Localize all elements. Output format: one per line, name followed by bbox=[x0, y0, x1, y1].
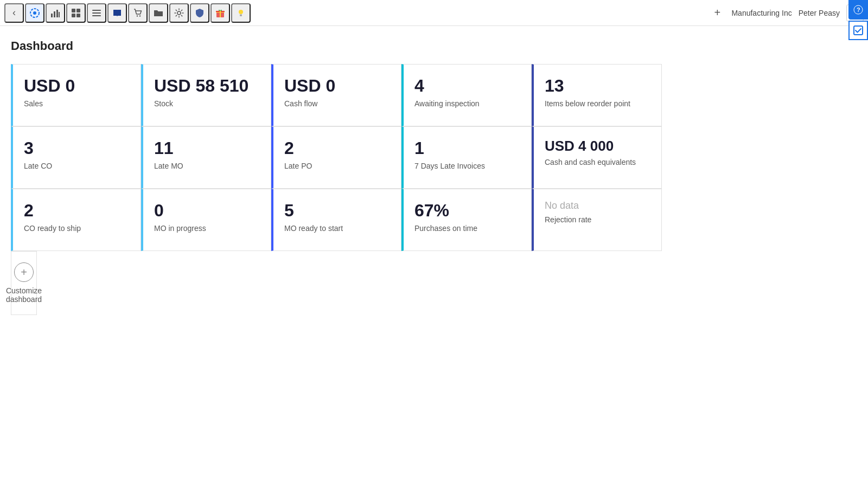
kpi-late-invoices-label: 7 Days Late Invoices bbox=[414, 162, 520, 170]
kpi-co-ready[interactable]: 2 CO ready to ship bbox=[11, 189, 141, 251]
svg-rect-19 bbox=[216, 12, 225, 12]
kpi-sales-value: USD 0 bbox=[24, 75, 130, 96]
nav-left: ‹ bbox=[4, 3, 251, 23]
kpi-co-ready-value: 2 bbox=[24, 200, 130, 221]
add-button[interactable]: + bbox=[710, 5, 725, 21]
book-icon[interactable] bbox=[107, 3, 127, 23]
kpi-cash-equiv-value: USD 4 000 bbox=[545, 138, 650, 155]
svg-rect-18 bbox=[220, 11, 221, 17]
kpi-rejection-rate-value: No data bbox=[545, 200, 650, 212]
svg-rect-9 bbox=[76, 14, 80, 17]
back-button[interactable]: ‹ bbox=[4, 3, 24, 23]
svg-rect-8 bbox=[72, 14, 75, 17]
list-icon[interactable] bbox=[87, 3, 106, 23]
kpi-row-3: 2 CO ready to ship 0 MO in progress 5 MO… bbox=[11, 189, 662, 251]
kpi-purchases-ontime-label: Purchases on time bbox=[414, 224, 520, 233]
kpi-late-mo[interactable]: 11 Late MO bbox=[141, 126, 271, 189]
kpi-row-2: 3 Late CO 11 Late MO 2 Late PO 1 7 Days … bbox=[11, 126, 662, 189]
kpi-stock[interactable]: USD 58 510 Stock bbox=[141, 64, 271, 126]
customize-icon: + bbox=[14, 262, 34, 282]
kpi-late-invoices[interactable]: 1 7 Days Late Invoices bbox=[401, 126, 532, 189]
kpi-rejection-rate[interactable]: No data Rejection rate bbox=[532, 189, 662, 251]
kpi-co-ready-label: CO ready to ship bbox=[24, 224, 130, 233]
main-content: Dashboard USD 0 Sales USD 58 510 Stock U… bbox=[0, 26, 868, 328]
chart-icon[interactable] bbox=[46, 3, 65, 23]
user-name: Peter Peasy bbox=[799, 9, 840, 17]
svg-point-20 bbox=[239, 10, 243, 14]
kpi-awaiting-inspection-value: 4 bbox=[414, 75, 520, 96]
kpi-cashflow-value: USD 0 bbox=[284, 75, 390, 96]
svg-rect-11 bbox=[92, 12, 101, 14]
svg-rect-5 bbox=[59, 12, 60, 17]
cart-icon[interactable] bbox=[128, 3, 148, 23]
kpi-reorder-label: Items below reorder point bbox=[545, 99, 650, 108]
svg-rect-4 bbox=[56, 10, 58, 17]
kpi-late-invoices-value: 1 bbox=[414, 138, 520, 158]
kpi-late-co-label: Late CO bbox=[24, 162, 130, 170]
kpi-purchases-ontime[interactable]: 67% Purchases on time bbox=[401, 189, 532, 251]
kpi-mo-ready-value: 5 bbox=[284, 200, 390, 221]
topnav-right: + Manufacturing Inc Peter Peasy bbox=[710, 4, 864, 22]
kpi-mo-ready-label: MO ready to start bbox=[284, 224, 390, 233]
kpi-late-po-label: Late PO bbox=[284, 162, 390, 170]
kpi-awaiting-inspection[interactable]: 4 Awaiting inspection bbox=[401, 64, 532, 126]
kpi-sales[interactable]: USD 0 Sales bbox=[11, 64, 141, 126]
customize-label: Customize dashboard bbox=[6, 286, 42, 304]
svg-point-13 bbox=[137, 15, 138, 16]
kpi-awaiting-inspection-label: Awaiting inspection bbox=[414, 99, 520, 108]
company-name: Manufacturing Inc bbox=[731, 9, 792, 17]
help-button[interactable]: ? bbox=[848, 0, 868, 20]
kpi-purchases-ontime-value: 67% bbox=[414, 200, 520, 221]
shield-icon[interactable] bbox=[190, 3, 209, 23]
kpi-late-po[interactable]: 2 Late PO bbox=[271, 126, 401, 189]
kpi-late-mo-label: Late MO bbox=[154, 162, 260, 170]
svg-point-1 bbox=[33, 11, 36, 15]
kpi-mo-progress-label: MO in progress bbox=[154, 224, 260, 233]
kpi-cashflow[interactable]: USD 0 Cash flow bbox=[271, 64, 401, 126]
kpi-cash-equiv-label: Cash and cash equivalents bbox=[545, 158, 650, 166]
gift-icon[interactable] bbox=[210, 3, 230, 23]
check-button[interactable] bbox=[848, 21, 868, 40]
kpi-cashflow-label: Cash flow bbox=[284, 99, 390, 108]
kpi-rejection-rate-label: Rejection rate bbox=[545, 215, 650, 224]
svg-rect-10 bbox=[92, 10, 101, 11]
topnav: ‹ bbox=[0, 0, 868, 26]
kpi-reorder-value: 13 bbox=[545, 75, 650, 96]
kpi-late-po-value: 2 bbox=[284, 138, 390, 158]
svg-rect-2 bbox=[51, 14, 53, 17]
home-icon[interactable] bbox=[25, 3, 44, 23]
customize-dashboard-card[interactable]: + Customize dashboard bbox=[11, 251, 37, 315]
svg-rect-12 bbox=[92, 15, 101, 16]
kpi-late-co[interactable]: 3 Late CO bbox=[11, 126, 141, 189]
kpi-late-co-value: 3 bbox=[24, 138, 130, 158]
svg-point-14 bbox=[139, 15, 141, 16]
kpi-late-mo-value: 11 bbox=[154, 138, 260, 158]
kpi-mo-progress[interactable]: 0 MO in progress bbox=[141, 189, 271, 251]
kpi-cash-equiv[interactable]: USD 4 000 Cash and cash equivalents bbox=[532, 126, 662, 189]
grid-icon[interactable] bbox=[66, 3, 86, 23]
folder-icon[interactable] bbox=[149, 3, 168, 23]
kpi-stock-label: Stock bbox=[154, 99, 260, 108]
svg-rect-7 bbox=[76, 9, 80, 12]
kpi-stock-value: USD 58 510 bbox=[154, 75, 260, 96]
bulb-icon[interactable] bbox=[231, 3, 251, 23]
svg-text:?: ? bbox=[857, 7, 860, 13]
svg-rect-3 bbox=[54, 11, 55, 17]
kpi-row-1: USD 0 Sales USD 58 510 Stock USD 0 Cash … bbox=[11, 64, 662, 126]
svg-rect-6 bbox=[72, 9, 75, 12]
right-float: ? bbox=[848, 0, 868, 40]
settings-icon[interactable] bbox=[169, 3, 189, 23]
page-title: Dashboard bbox=[11, 39, 857, 53]
customize-row: + Customize dashboard bbox=[11, 251, 662, 315]
kpi-mo-ready[interactable]: 5 MO ready to start bbox=[271, 189, 401, 251]
svg-point-15 bbox=[177, 11, 181, 15]
kpi-mo-progress-value: 0 bbox=[154, 200, 260, 221]
kpi-reorder[interactable]: 13 Items below reorder point bbox=[532, 64, 662, 126]
kpi-sales-label: Sales bbox=[24, 99, 130, 108]
